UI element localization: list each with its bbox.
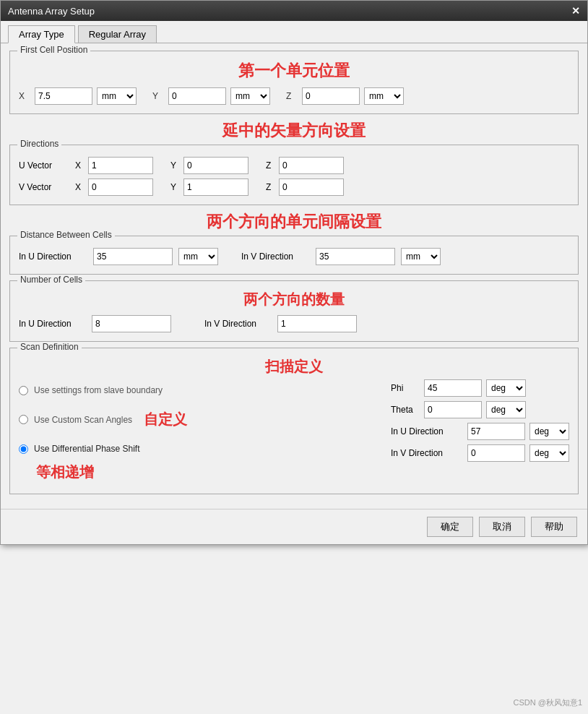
radio-custom-scan[interactable] xyxy=(19,415,28,424)
tab-array-type[interactable]: Array Type xyxy=(8,25,75,43)
distance-group: Distance Between Cells In U Direction mm… xyxy=(9,236,579,275)
help-button[interactable]: 帮助 xyxy=(531,517,577,537)
u-dir-dist-label: In U Direction xyxy=(19,251,87,262)
scan-right-col: Phi degrad Theta degrad xyxy=(391,379,569,462)
u-vector-label: U Vector xyxy=(19,160,69,171)
theta-label: Theta xyxy=(391,405,420,415)
u-dist-unit-select[interactable]: mmcmm xyxy=(178,248,218,265)
footer: 确定 取消 帮助 xyxy=(1,509,587,544)
scan-u-unit-select[interactable]: degrad xyxy=(529,423,569,440)
u-y-label: Y xyxy=(170,160,181,171)
theta-row: Theta degrad xyxy=(391,401,569,418)
z-label: Z xyxy=(286,91,298,101)
scan-v-unit-select[interactable]: degrad xyxy=(529,444,569,462)
v-dir-dist-label: In V Direction xyxy=(241,251,310,262)
v-vector-label: V Vector xyxy=(19,182,69,192)
theta-input[interactable] xyxy=(424,401,482,418)
directions-label: Directions xyxy=(17,139,61,149)
radio-row-2: Use Custom Scan Angles 自定义 xyxy=(19,407,369,432)
phi-row: Phi degrad xyxy=(391,379,569,397)
u-vector-row: U Vector X Y Z xyxy=(19,157,569,174)
scan-u-input[interactable] xyxy=(467,423,525,440)
cancel-button[interactable]: 取消 xyxy=(479,517,525,537)
directions-grid: U Vector X Y Z V Vecto xyxy=(19,157,569,196)
phi-label: Phi xyxy=(391,383,420,393)
radio-row-1: Use settings from slave boundary xyxy=(19,385,369,395)
annotation-directions: 延中的矢量方向设置 xyxy=(9,120,579,142)
radio-custom-label: Use Custom Scan Angles xyxy=(34,415,132,425)
u-num-input[interactable] xyxy=(92,315,171,332)
distance-row: In U Direction mmcmm In V Direction mmcm… xyxy=(19,248,569,265)
annotation-num-cells: 两个方向的数量 xyxy=(19,290,569,309)
v-num-group: In V Direction xyxy=(204,315,357,332)
v-z-group: Z xyxy=(266,178,344,196)
u-x-group: X xyxy=(75,157,153,174)
v-vector-row: V Vector X Y Z xyxy=(19,178,569,196)
annotation-phase-shift: 等相递增 xyxy=(36,463,369,482)
z-unit-select[interactable]: mmcmm xyxy=(364,87,404,105)
v-num-input[interactable] xyxy=(277,315,357,332)
x-label: X xyxy=(19,91,30,101)
u-z-group: Z xyxy=(266,157,344,174)
v-y-input[interactable] xyxy=(183,178,248,196)
radio-slave-boundary[interactable] xyxy=(19,386,28,395)
scan-u-dir-row: In U Direction degrad xyxy=(391,423,569,440)
first-cell-inputs: X mmcmm Y mmcmm Z mmcmm xyxy=(19,87,569,105)
main-content: First Cell Position 第一个单元位置 X mmcmm Y mm… xyxy=(1,43,587,509)
u-x-input[interactable] xyxy=(88,157,153,174)
main-window: Antenna Array Setup ✕ Array Type Regular… xyxy=(0,0,588,545)
annotation-first-cell: 第一个单元位置 xyxy=(19,60,569,82)
v-y-label: Y xyxy=(170,182,181,192)
close-button[interactable]: ✕ xyxy=(571,5,580,17)
scan-def-label: Scan Definition xyxy=(17,342,82,352)
u-y-group: Y xyxy=(170,157,248,174)
scan-left-col: Use settings from slave boundary Use Cus… xyxy=(19,379,369,485)
u-z-label: Z xyxy=(266,160,276,171)
v-dist-unit-select[interactable]: mmcmm xyxy=(401,248,441,265)
u-dir-num-label: In U Direction xyxy=(19,319,87,329)
title-bar: Antenna Array Setup ✕ xyxy=(1,1,587,21)
num-cells-label: Number of Cells xyxy=(17,275,85,285)
phi-input[interactable] xyxy=(424,379,482,397)
scan-v-dir-label: In V Direction xyxy=(391,448,463,458)
tab-bar: Array Type Regular Array xyxy=(1,21,587,43)
window-title: Antenna Array Setup xyxy=(8,6,95,17)
directions-group: Directions U Vector X Y Z xyxy=(9,145,579,205)
radio-diff-phase-label: Use Differential Phase Shift xyxy=(34,444,140,454)
ok-button[interactable]: 确定 xyxy=(427,517,473,537)
y-label: Y xyxy=(152,91,164,101)
annotation-custom: 自定义 xyxy=(144,410,187,429)
scan-u-dir-label: In U Direction xyxy=(391,426,463,436)
radio-row-3: Use Differential Phase Shift xyxy=(19,444,369,454)
u-x-label: X xyxy=(75,160,85,171)
first-cell-position-group: First Cell Position 第一个单元位置 X mmcmm Y mm… xyxy=(9,51,579,114)
radio-diff-phase[interactable] xyxy=(19,444,28,454)
scan-v-input[interactable] xyxy=(467,444,525,462)
u-z-input[interactable] xyxy=(279,157,344,174)
y-unit-select[interactable]: mmcmm xyxy=(230,87,270,105)
x-input[interactable] xyxy=(35,87,92,105)
v-x-input[interactable] xyxy=(88,178,153,196)
v-x-group: X xyxy=(75,178,153,196)
u-dist-input[interactable] xyxy=(93,248,173,265)
y-input[interactable] xyxy=(168,87,226,105)
x-unit-select[interactable]: mmcmm xyxy=(97,87,137,105)
v-z-label: Z xyxy=(266,182,276,192)
u-y-input[interactable] xyxy=(183,157,248,174)
v-dist-input[interactable] xyxy=(316,248,395,265)
num-cells-row: In U Direction In V Direction xyxy=(19,315,569,332)
v-dir-num-label: In V Direction xyxy=(204,319,273,329)
v-x-label: X xyxy=(75,182,85,192)
first-cell-label: First Cell Position xyxy=(17,45,90,55)
num-cells-group: Number of Cells 两个方向的数量 In U Direction I… xyxy=(9,280,579,342)
theta-unit-select[interactable]: degrad xyxy=(486,401,526,418)
tab-regular-array[interactable]: Regular Array xyxy=(78,25,157,43)
watermark: CSDN @秋风知意1 xyxy=(513,697,582,708)
v-z-input[interactable] xyxy=(279,178,344,196)
phi-unit-select[interactable]: degrad xyxy=(486,379,526,397)
scan-v-dir-row: In V Direction degrad xyxy=(391,444,569,462)
z-input[interactable] xyxy=(302,87,360,105)
scan-angles-section: Use settings from slave boundary Use Cus… xyxy=(19,379,569,485)
annotation-scan: 扫描定义 xyxy=(19,357,569,377)
scan-definition-group: Scan Definition 扫描定义 Use settings from s… xyxy=(9,348,579,494)
